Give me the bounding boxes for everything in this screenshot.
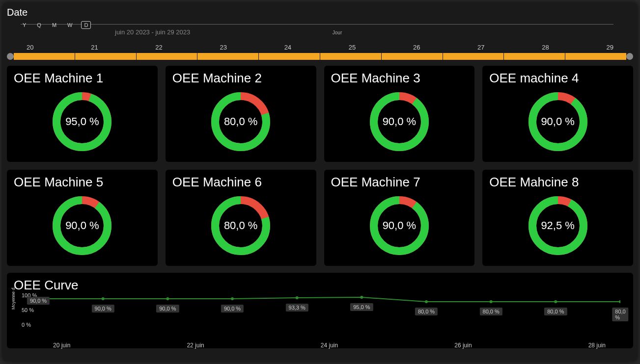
curve-data-label: 80,0 % [415,308,438,315]
timeline-day-label: 25 [349,44,356,51]
timeline-segments[interactable] [14,53,626,60]
x-axis-tick: 26 juin [454,342,472,349]
x-axis-labels: 20 juin22 juin24 juin26 juin28 juin [38,342,620,349]
timeline-segment[interactable] [503,53,565,60]
gauge-body: 90,0 % [331,90,468,154]
timeline-segment[interactable] [565,53,626,60]
svg-point-17 [102,297,105,300]
timeline-labels: 20212223242526272829 [7,44,633,51]
curve-line-svg [38,296,620,325]
timeline: 20212223242526272829 [7,44,633,60]
timeline-day-label: 28 [542,44,549,51]
gauge-body: 80,0 % [172,194,309,258]
gran-day[interactable]: D [81,21,91,29]
timeline-segment[interactable] [320,53,381,60]
x-axis-tick: 20 juin [53,342,70,349]
timeline-day-label: 27 [477,44,484,51]
timeline-segment[interactable] [258,53,320,60]
date-title: Date [7,7,633,18]
timeline-day-label: 24 [284,44,291,51]
gauge-title: OEE Mahcine 8 [489,175,626,190]
svg-point-23 [490,300,493,303]
gauge-card-7: OEE Machine 790,0 % [324,170,475,266]
gauge-title: OEE Machine 5 [14,175,151,190]
svg-point-24 [554,300,557,303]
timeline-day-label: 21 [91,44,98,51]
gauge-card-4: OEE machine 490,0 % [482,66,633,162]
gauge-title: OEE machine 4 [489,71,626,86]
y-axis-label: Moyenne d... [11,284,16,310]
gauge-card-6: OEE Machine 680,0 % [166,170,316,266]
granularity-picker: Y Q M W D [21,21,633,29]
curve-data-label: 95,0 % [350,303,373,311]
gauge-card-3: OEE Machine 390,0 % [324,66,475,162]
curve-data-label: 80,0 % [544,308,567,315]
gauge-value: 80,0 % [224,219,258,232]
x-axis-tick: 24 juin [321,342,338,349]
gran-quarter[interactable]: Q [35,22,43,28]
svg-point-25 [619,300,620,303]
curve-data-label: 80,0 % [480,308,502,315]
svg-point-19 [231,297,234,300]
gauge-value: 92,5 % [541,219,575,232]
timeline-handle-right[interactable] [626,53,633,60]
timeline-day-label: 20 [27,44,33,51]
timeline-day-label: 23 [220,44,226,51]
gauge-value: 80,0 % [224,115,258,128]
gauges-grid: OEE Machine 195,0 %OEE Machine 280,0 %OE… [7,66,633,266]
gauge-card-2: OEE Machine 280,0 % [166,66,316,162]
gauge-value: 90,0 % [383,115,417,128]
curve-data-label: 90,0 % [92,305,114,312]
timeline-day-label: 22 [155,44,162,51]
gauge-card-8: OEE Mahcine 892,5 % [482,170,633,266]
gauge-title: OEE Machine 6 [172,175,309,190]
y-tick-0: 0 % [22,322,31,328]
gauge-title: OEE Machine 3 [331,71,468,86]
gauge-title: OEE Machine 1 [14,71,151,86]
gauge-body: 90,0 % [14,194,151,258]
curve-data-label: 80,0 % [612,308,628,321]
curve-data-label: 93,3 % [286,304,308,312]
curve-data-label: 90,0 % [221,305,244,312]
gran-month[interactable]: M [50,22,58,28]
date-filter-section: Date Y Q M W D Jour juin 20 2023 - juin … [7,7,633,60]
dashboard-root: Date Y Q M W D Jour juin 20 2023 - juin … [3,3,637,361]
timeline-segment[interactable] [75,53,136,60]
gauge-title: OEE Machine 7 [331,175,468,190]
gauge-value: 95,0 % [65,115,99,128]
svg-point-20 [296,296,299,299]
gauge-title: OEE Machine 2 [172,71,309,86]
timeline-segment[interactable] [136,53,197,60]
gauge-card-1: OEE Machine 195,0 % [7,66,158,162]
gauge-body: 92,5 % [489,194,626,258]
timeline-segment[interactable] [381,53,443,60]
svg-point-18 [166,297,169,300]
timeline-day-label: 29 [606,44,613,51]
timeline-segment[interactable] [14,53,75,60]
gauge-card-5: OEE Machine 590,0 % [7,170,158,266]
gran-year[interactable]: Y [21,22,28,28]
gauge-body: 90,0 % [331,194,468,258]
curve-data-label: 90,0 % [27,297,50,305]
timeline-handle-left[interactable] [7,53,14,60]
x-axis-tick: 22 juin [187,342,204,349]
gauge-value: 90,0 % [65,219,99,232]
svg-point-22 [425,300,428,303]
x-axis-tick: 28 juin [588,342,606,349]
curve-data-label: 90,0 % [156,305,179,312]
gauge-body: 90,0 % [489,90,626,154]
gauge-value: 90,0 % [541,115,575,128]
date-range-text: juin 20 2023 - juin 29 2023 [115,28,633,36]
timeline-segment[interactable] [443,53,504,60]
oee-curve-section: OEE Curve Moyenne d... 100 % 50 % 0 % 90… [7,273,633,348]
gauge-body: 80,0 % [172,90,309,154]
timeline-bar [7,53,633,60]
timeline-segment[interactable] [197,53,258,60]
y-tick-50: 50 % [22,307,34,313]
curve-chart: 90,0 %90,0 %90,0 %90,0 %93,3 %95,0 %80,0… [38,296,620,340]
gauge-body: 95,0 % [14,90,151,154]
gran-week[interactable]: W [65,22,74,28]
granularity-line [21,24,613,25]
timeline-day-label: 26 [413,44,420,51]
gauge-value: 90,0 % [383,219,417,232]
